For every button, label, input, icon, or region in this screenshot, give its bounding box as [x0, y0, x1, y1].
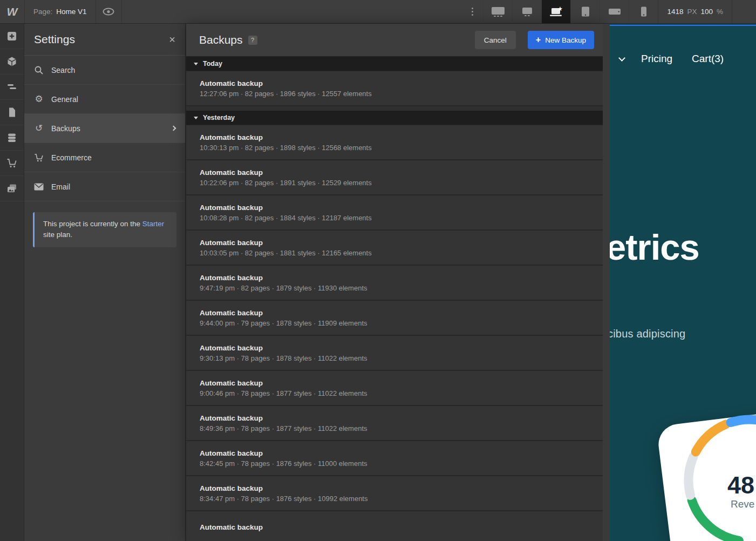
settings-panel-header: Settings ×	[24, 24, 185, 56]
backup-section-header[interactable]: Yesterday	[186, 111, 603, 125]
breakpoint-desktop-base-button[interactable]: ★	[541, 0, 570, 23]
gauge-value: 48	[727, 471, 754, 499]
desktop-xl-icon	[491, 6, 505, 17]
add-elements-button[interactable]	[0, 24, 24, 49]
canvas-dimensions-control[interactable]: 1418 PX 100 %	[658, 0, 732, 23]
backup-title: Automatic backup	[200, 379, 589, 387]
backup-title: Automatic backup	[200, 449, 589, 457]
backup-meta: 9:44:00 pm · 79 pages · 1878 styles · 11…	[200, 319, 589, 327]
backups-panel-header: Backups ? Cancel + New Backup	[186, 24, 603, 57]
cart-icon	[6, 158, 17, 168]
plus-icon: +	[536, 36, 541, 44]
preview-eye-button[interactable]	[96, 0, 122, 23]
topbar-spacer	[122, 0, 462, 23]
phone-landscape-icon	[608, 6, 622, 17]
preview-hero-heading[interactable]: etrics	[610, 227, 699, 267]
gauge-label: Reve	[731, 498, 754, 510]
navigator-panel-button[interactable]	[0, 75, 24, 100]
starter-plan-link[interactable]: Starter	[142, 220, 165, 228]
backup-list-item[interactable]: Automatic backup 9:47:19 pm · 82 pages ·…	[186, 266, 603, 301]
backup-title: Automatic backup	[200, 309, 589, 317]
backup-list-item[interactable]: Automatic backup 10:22:06 pm · 82 pages …	[186, 160, 603, 195]
left-tool-rail: ⚙	[0, 24, 24, 541]
close-icon[interactable]: ×	[169, 33, 175, 46]
backup-list-item[interactable]: Automatic backup 8:42:45 pm · 78 pages ·…	[186, 441, 603, 476]
backup-meta: 8:49:36 pm · 78 pages · 1877 styles · 11…	[200, 424, 589, 432]
desktop-large-icon	[520, 6, 534, 17]
help-icon[interactable]: ?	[248, 36, 257, 45]
backup-list-item[interactable]: Automatic backup	[186, 511, 603, 541]
webflow-logo-glyph: W	[7, 5, 18, 18]
backup-meta: 8:42:45 pm · 78 pages · 1876 styles · 11…	[200, 459, 589, 468]
settings-item-ecommerce[interactable]: Ecommerce	[24, 143, 185, 172]
phone-portrait-icon	[637, 6, 651, 17]
backup-title: Automatic backup	[200, 274, 589, 282]
settings-panel: Settings × Search ⚙ General ↺ Backups	[24, 24, 186, 541]
breakpoint-tablet-button[interactable]	[570, 0, 600, 23]
zoom-value[interactable]: 100	[700, 8, 713, 16]
assets-icon	[6, 183, 17, 194]
backup-list-item[interactable]: Automatic backup 10:03:05 pm · 82 pages …	[186, 231, 603, 266]
backup-list-item[interactable]: Automatic backup 9:44:00 pm · 79 pages ·…	[186, 301, 603, 336]
backup-meta: 10:03:05 pm · 82 pages · 1881 styles · 1…	[200, 249, 589, 257]
backup-list-item[interactable]: Automatic backup 9:00:46 pm · 78 pages ·…	[186, 371, 603, 406]
settings-item-search[interactable]: Search	[24, 56, 185, 85]
backup-meta: 9:00:46 pm · 78 pages · 1877 styles · 11…	[200, 389, 589, 397]
assets-panel-button[interactable]	[0, 176, 24, 201]
components-panel-button[interactable]	[0, 49, 24, 75]
backup-list-item[interactable]: Automatic backup 8:34:47 pm · 78 pages ·…	[186, 476, 603, 511]
backup-meta: 12:27:06 pm · 82 pages · 1896 styles · 1…	[200, 90, 589, 98]
pages-panel-button[interactable]	[0, 100, 24, 125]
site-preview-canvas[interactable]: Pricing Cart(3) etrics cibus adipiscing …	[610, 24, 756, 541]
backups-title: Backups	[199, 33, 243, 46]
page-selector[interactable]: Page: Home V1	[25, 0, 96, 23]
backup-list-item[interactable]: Automatic backup 8:49:36 pm · 78 pages ·…	[186, 406, 603, 441]
navigator-icon	[6, 82, 17, 92]
settings-item-label: Ecommerce	[51, 153, 92, 162]
backup-list-item[interactable]: Automatic backup 10:30:13 pm · 82 pages …	[186, 125, 603, 160]
backup-meta: 10:22:06 pm · 82 pages · 1891 styles · 1…	[200, 179, 589, 187]
settings-item-backups[interactable]: ↺ Backups	[24, 114, 185, 143]
preview-hero-paragraph[interactable]: cibus adipiscing	[610, 328, 685, 340]
chevron-down-icon[interactable]	[618, 55, 625, 62]
backup-list-item[interactable]: Automatic backup 9:30:13 pm · 78 pages ·…	[186, 336, 603, 371]
cancel-button[interactable]: Cancel	[475, 31, 516, 49]
gauge-segment-orange	[696, 424, 726, 452]
breakpoint-phone-landscape-button[interactable]	[600, 0, 629, 23]
backup-meta: 9:47:19 pm · 82 pages · 1879 styles · 11…	[200, 284, 589, 292]
canvas-width-value[interactable]: 1418	[667, 8, 683, 16]
backup-title: Automatic backup	[200, 239, 589, 247]
backup-meta: 8:34:47 pm · 78 pages · 1876 styles · 10…	[200, 495, 589, 503]
backup-title: Automatic backup	[200, 414, 589, 422]
add-icon	[6, 31, 17, 42]
breakpoint-desktop-large-button[interactable]	[512, 0, 541, 23]
settings-item-label: Backups	[51, 124, 80, 133]
laptop-star-icon: ★	[549, 6, 563, 17]
search-icon	[34, 65, 44, 75]
page-label: Page:	[33, 8, 52, 16]
backup-list-item[interactable]: Automatic backup 10:08:28 pm · 82 pages …	[186, 195, 603, 231]
ecommerce-panel-button[interactable]	[0, 151, 24, 176]
webflow-logo[interactable]: W	[0, 0, 25, 23]
plan-note-text: This project is currently on the	[43, 220, 142, 228]
settings-item-email[interactable]: Email	[24, 172, 185, 201]
top-bar: W Page: Home V1 ★	[0, 0, 756, 24]
preview-nav-pricing[interactable]: Pricing	[641, 53, 672, 65]
breakpoint-desktop-xl-button[interactable]	[483, 0, 512, 23]
backup-list-item[interactable]: Automatic backup 12:27:06 pm · 82 pages …	[186, 71, 603, 106]
page-icon	[6, 107, 17, 118]
selection-highlight-line	[610, 25, 756, 26]
new-backup-button[interactable]: + New Backup	[528, 31, 594, 49]
zoom-unit: %	[717, 8, 723, 16]
cms-panel-button[interactable]	[0, 125, 24, 151]
backup-title: Automatic backup	[200, 79, 589, 87]
backup-section-header[interactable]: Today	[186, 57, 603, 71]
chevron-right-icon	[171, 126, 176, 131]
preview-nav-cart[interactable]: Cart(3)	[692, 53, 724, 65]
settings-item-label: Search	[51, 66, 75, 75]
backup-title: Automatic backup	[200, 204, 589, 212]
more-options-button[interactable]	[461, 0, 483, 23]
settings-item-general[interactable]: ⚙ General	[24, 85, 185, 114]
envelope-icon	[34, 183, 44, 191]
breakpoint-phone-portrait-button[interactable]	[629, 0, 658, 23]
